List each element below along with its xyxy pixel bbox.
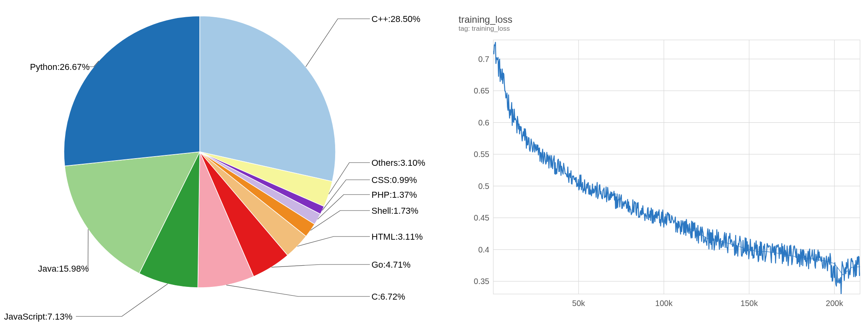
pie-leader-line: [271, 264, 370, 267]
y-tick-label: 0.65: [465, 86, 489, 95]
pie-label-python: Python:26.67%: [30, 62, 89, 72]
line-chart: training_loss tag: training_loss 0.350.4…: [451, 0, 868, 322]
pie-slice-python: [64, 16, 200, 166]
y-tick-label: 0.5: [465, 182, 489, 191]
pie-label-others: Others:3.10%: [371, 158, 425, 168]
x-tick-label: 50k: [572, 299, 585, 308]
pie-label-javascript: JavaScript:7.13%: [4, 312, 72, 322]
pie-leader-line: [306, 19, 370, 67]
pie-label-html: HTML:3.11%: [371, 232, 423, 242]
pie-label-shell: Shell:1.73%: [371, 206, 418, 216]
pie-chart: C++:28.50%Python:26.67%Others:3.10%CSS:0…: [0, 0, 451, 322]
pie-label-css: CSS:0.99%: [371, 175, 417, 185]
pie-leader-line: [297, 237, 370, 246]
x-tick-label: 100k: [655, 299, 672, 308]
y-tick-label: 0.4: [465, 245, 489, 254]
pie-label-c: C:6.72%: [371, 292, 405, 302]
y-tick-label: 0.45: [465, 213, 489, 223]
pie-label-php: PHP:1.37%: [371, 190, 417, 200]
pie-label-java: Java:15.98%: [38, 264, 89, 274]
pie-label-go: Go:4.71%: [371, 260, 411, 270]
pie-leader-line: [76, 284, 168, 316]
x-tick-label: 150k: [741, 299, 758, 308]
y-tick-label: 0.55: [465, 150, 489, 159]
pie-leader-line: [226, 285, 370, 296]
pie-label-c-: C++:28.50%: [371, 14, 420, 24]
y-tick-label: 0.35: [465, 277, 489, 286]
y-tick-label: 0.7: [465, 55, 489, 64]
pie-leader-line: [88, 229, 88, 268]
x-tick-label: 200k: [826, 299, 843, 308]
y-tick-label: 0.6: [465, 118, 489, 127]
